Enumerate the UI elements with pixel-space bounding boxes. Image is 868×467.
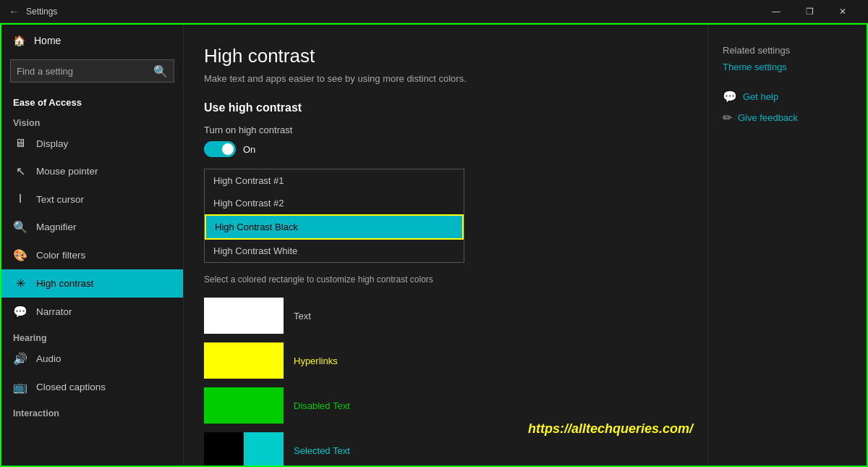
color-row-text: Text: [204, 298, 678, 334]
sidebar-item-label: Display: [36, 138, 68, 149]
sidebar-item-label: Magnifier: [36, 222, 77, 232]
sidebar-item-closed-captions[interactable]: 📺 Closed captions: [1, 373, 183, 401]
toggle-state-label: On: [243, 144, 255, 155]
hearing-category: Hearing: [1, 326, 183, 345]
display-icon: 🖥: [13, 137, 27, 150]
back-button[interactable]: ←: [9, 6, 19, 17]
sidebar-home[interactable]: 🏠 Home: [1, 25, 183, 56]
hyperlinks-swatch[interactable]: [204, 342, 284, 379]
theme-settings-link[interactable]: Theme settings: [723, 62, 852, 72]
maximize-button[interactable]: ❐: [793, 0, 826, 23]
give-feedback-label: Give feedback: [738, 112, 798, 123]
give-feedback-item[interactable]: ✏ Give feedback: [723, 111, 852, 125]
sidebar-item-audio[interactable]: 🔊 Audio: [1, 345, 183, 373]
closed-captions-icon: 📺: [13, 380, 27, 394]
page-subtitle: Make text and apps easier to see by usin…: [204, 73, 678, 84]
color-filters-icon: 🎨: [13, 248, 27, 262]
window-controls: — ❐ ✕: [760, 0, 859, 23]
sidebar-section-title: Ease of Access: [1, 88, 183, 111]
titlebar: ← Settings — ❐ ✕: [0, 0, 868, 23]
sidebar-item-label: Mouse pointer: [36, 166, 98, 177]
disabled-text-color-label: Disabled Text: [294, 400, 350, 411]
contrast-theme-dropdown[interactable]: High Contrast #1 High Contrast #2 High C…: [204, 169, 464, 263]
sidebar-item-label: High contrast: [36, 278, 94, 289]
sidebar-item-narrator[interactable]: 💬 Narrator: [1, 298, 183, 326]
color-row-hyperlinks: Hyperlinks: [204, 342, 678, 379]
page-title: High contrast: [204, 45, 678, 67]
related-settings-title: Related settings: [723, 45, 852, 56]
get-help-label: Get help: [743, 91, 778, 102]
get-help-icon: 💬: [723, 90, 737, 104]
text-color-label: Text: [294, 311, 311, 321]
narrator-icon: 💬: [13, 305, 27, 319]
high-contrast-toggle[interactable]: [204, 141, 236, 157]
sidebar-search-container: 🔍: [10, 59, 174, 83]
right-panel: Related settings Theme settings 💬 Get he…: [707, 25, 867, 466]
sidebar-item-color-filters[interactable]: 🎨 Color filters: [1, 241, 183, 269]
sidebar-item-label: Closed captions: [36, 382, 106, 392]
watermark: https://alltechqueries.com/: [528, 421, 693, 437]
get-help-item[interactable]: 💬 Get help: [723, 90, 852, 104]
vision-category: Vision: [1, 111, 183, 130]
text-swatch[interactable]: [204, 298, 284, 334]
sidebar-item-magnifier[interactable]: 🔍 Magnifier: [1, 213, 183, 241]
app-body: 🏠 Home 🔍 Ease of Access Vision 🖥 Display…: [0, 23, 868, 467]
close-button[interactable]: ✕: [826, 0, 859, 23]
selected-text-color-label: Selected Text: [294, 445, 350, 456]
customize-hint: Select a colored rectangle to customize …: [204, 274, 678, 285]
dropdown-item-hc2[interactable]: High Contrast #2: [205, 192, 464, 214]
sidebar-item-label: Color filters: [36, 250, 85, 261]
disabled-text-swatch[interactable]: [204, 387, 284, 424]
color-row-disabled-text: Disabled Text: [204, 387, 678, 424]
home-icon: 🏠: [13, 35, 25, 46]
sidebar-home-label: Home: [34, 35, 61, 46]
sidebar-item-text-cursor[interactable]: I Text cursor: [1, 185, 183, 213]
main-content: High contrast Make text and apps easier …: [184, 25, 707, 466]
toggle-description: Turn on high contrast: [204, 125, 678, 135]
high-contrast-icon: ✳: [13, 277, 27, 290]
interaction-category: Interaction: [1, 401, 183, 420]
dropdown-item-hcb[interactable]: High Contrast Black: [205, 214, 464, 240]
search-input[interactable]: [17, 66, 149, 77]
hyperlinks-color-label: Hyperlinks: [294, 355, 338, 366]
sidebar-item-display[interactable]: 🖥 Display: [1, 130, 183, 157]
color-row-selected-text: Selected Text: [204, 432, 678, 466]
minimize-button[interactable]: —: [760, 0, 793, 23]
sidebar-item-label: Narrator: [36, 306, 72, 317]
sidebar-item-label: Audio: [36, 353, 61, 364]
sidebar-item-high-contrast[interactable]: ✳ High contrast: [1, 269, 183, 298]
toggle-row: On: [204, 141, 678, 157]
give-feedback-icon: ✏: [723, 111, 732, 125]
dropdown-item-hcw[interactable]: High Contrast White: [205, 240, 464, 262]
text-cursor-icon: I: [13, 193, 27, 206]
selected-text-swatch[interactable]: [204, 432, 284, 466]
mouse-pointer-icon: ↖: [13, 164, 27, 178]
dropdown-item-hc1[interactable]: High Contrast #1: [205, 169, 464, 192]
sidebar-item-label: Text cursor: [36, 194, 84, 205]
sidebar: 🏠 Home 🔍 Ease of Access Vision 🖥 Display…: [1, 25, 184, 466]
magnifier-icon: 🔍: [13, 220, 27, 234]
audio-icon: 🔊: [13, 352, 27, 366]
titlebar-title: Settings: [26, 7, 760, 17]
sidebar-item-mouse-pointer[interactable]: ↖ Mouse pointer: [1, 157, 183, 185]
section-title: Use high contrast: [204, 101, 678, 114]
search-icon: 🔍: [153, 64, 168, 78]
